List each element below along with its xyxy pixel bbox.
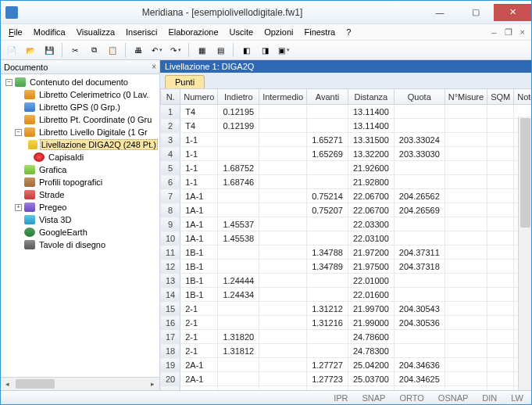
cell[interactable]: 6 xyxy=(161,175,180,189)
redo-icon[interactable]: ↷ xyxy=(168,42,184,58)
menu-visualizza[interactable]: Visualizza xyxy=(72,26,120,38)
cell[interactable]: 14 xyxy=(161,288,180,302)
cell[interactable]: 1.31820 xyxy=(218,330,259,344)
column-header[interactable]: Note xyxy=(514,89,531,105)
cell[interactable]: 2-1 xyxy=(180,330,218,344)
tree-item-selected[interactable]: Livellazione DIGA2Q (248 Pt.) xyxy=(2,138,158,151)
cell[interactable] xyxy=(259,231,307,246)
cell[interactable] xyxy=(259,330,307,344)
cell[interactable] xyxy=(445,161,487,175)
tool-icon-3[interactable]: ◧ xyxy=(238,42,254,58)
cell[interactable] xyxy=(445,302,487,316)
cell[interactable]: 1.68746 xyxy=(218,175,259,189)
cell[interactable]: T4 xyxy=(180,119,218,133)
cell[interactable]: 1.45538 xyxy=(218,231,259,246)
cell[interactable]: 21 xyxy=(161,386,180,391)
cell[interactable] xyxy=(259,147,307,161)
cell[interactable] xyxy=(487,330,514,344)
cell[interactable] xyxy=(487,119,514,133)
cell[interactable]: 22.01000 xyxy=(348,274,394,288)
table-row[interactable]: 182-11.3181224.78300 xyxy=(161,344,532,358)
cell[interactable]: 22.03100 xyxy=(348,231,394,246)
status-snap[interactable]: SNAP xyxy=(359,393,388,403)
cell[interactable] xyxy=(259,133,307,147)
copy-icon[interactable]: ⧉ xyxy=(86,42,102,58)
cell[interactable]: 2-1 xyxy=(180,344,218,358)
cell[interactable] xyxy=(487,302,514,316)
cell[interactable] xyxy=(259,203,307,217)
cell[interactable] xyxy=(487,344,514,358)
table-row[interactable]: 192A-11.2772725.04200204.34636 xyxy=(161,358,532,372)
mdi-close-button[interactable]: × xyxy=(517,27,528,38)
column-header[interactable]: Quota xyxy=(394,89,445,105)
cell[interactable]: 16 xyxy=(161,316,180,330)
cell[interactable]: 204.37318 xyxy=(394,260,445,274)
cell[interactable]: 1.27727 xyxy=(307,358,348,372)
cell[interactable]: 1-1 xyxy=(180,147,218,161)
cell[interactable]: 25.03700 xyxy=(348,372,394,386)
table-row[interactable]: 202A-11.2772325.03700204.34625 xyxy=(161,372,532,386)
cell[interactable]: 1.36643 xyxy=(218,386,259,391)
tree-item[interactable]: Vista 3D xyxy=(2,213,158,226)
cell[interactable]: 203.33030 xyxy=(394,147,445,161)
cell[interactable]: 8 xyxy=(161,203,180,217)
tree-item[interactable]: Profili topografici xyxy=(2,176,158,188)
cell[interactable]: 1B-1 xyxy=(180,288,218,302)
cell[interactable] xyxy=(394,119,445,133)
status-lw[interactable]: LW xyxy=(508,393,527,403)
cell[interactable]: 1.34789 xyxy=(307,260,348,274)
cell[interactable] xyxy=(259,260,307,274)
cell[interactable] xyxy=(307,330,348,344)
table-row[interactable]: 152-11.3121221.99700204.30543 xyxy=(161,302,532,316)
tree-item[interactable]: +Pregeo xyxy=(2,201,158,213)
menu-uscite[interactable]: Uscite xyxy=(225,26,259,38)
cell[interactable]: 19 xyxy=(161,358,180,372)
cell[interactable]: 17 xyxy=(161,330,180,344)
cell[interactable] xyxy=(259,217,307,231)
cell[interactable]: 0.75214 xyxy=(307,189,348,203)
cell[interactable]: 13.31500 xyxy=(348,133,394,147)
column-header[interactable]: N°Misure xyxy=(445,89,487,105)
cell[interactable] xyxy=(259,372,307,386)
cell[interactable]: 203.33024 xyxy=(394,133,445,147)
table-row[interactable]: 212A-11.3664324.98800 xyxy=(161,386,532,391)
cell[interactable] xyxy=(259,288,307,302)
cell[interactable]: 22.06700 xyxy=(348,203,394,217)
minimize-button[interactable]: — xyxy=(422,4,458,21)
cell[interactable]: 21.97200 xyxy=(348,246,394,260)
cell[interactable]: 2A-1 xyxy=(180,358,218,372)
cell[interactable]: 2A-1 xyxy=(180,372,218,386)
cell[interactable]: 204.30536 xyxy=(394,316,445,330)
cell[interactable]: 1-1 xyxy=(180,175,218,189)
table-row[interactable]: 51-11.6875221.92600 xyxy=(161,161,532,175)
cell[interactable] xyxy=(445,217,487,231)
cell[interactable]: 1 xyxy=(161,105,180,119)
cell[interactable] xyxy=(307,344,348,358)
column-header[interactable]: Distanza xyxy=(348,89,394,105)
cell[interactable] xyxy=(218,358,259,372)
tool-icon-4[interactable]: ◨ xyxy=(257,42,273,58)
tree-item[interactable]: Strade xyxy=(2,188,158,201)
cell[interactable]: 1.24444 xyxy=(218,274,259,288)
cell[interactable]: 1A-1 xyxy=(180,217,218,231)
table-row[interactable]: 61-11.6874621.92800 xyxy=(161,175,532,189)
cell[interactable]: 5 xyxy=(161,161,180,175)
cell[interactable]: 1.31212 xyxy=(307,302,348,316)
cell[interactable] xyxy=(218,147,259,161)
cut-icon[interactable]: ✂ xyxy=(67,42,83,58)
cell[interactable]: 24.98800 xyxy=(348,386,394,391)
cell[interactable]: 18 xyxy=(161,344,180,358)
cell[interactable] xyxy=(445,147,487,161)
mdi-restore-button[interactable]: ❐ xyxy=(502,27,516,38)
panel-close-icon[interactable]: × xyxy=(152,63,156,71)
cell[interactable] xyxy=(445,274,487,288)
cell[interactable]: 1-1 xyxy=(180,133,218,147)
tree-item[interactable]: Tavole di disegno xyxy=(2,238,158,251)
cell[interactable]: 24.78600 xyxy=(348,330,394,344)
cell[interactable]: 1A-1 xyxy=(180,231,218,246)
menu-help[interactable]: ? xyxy=(341,26,355,38)
cell[interactable]: 25.04200 xyxy=(348,358,394,372)
cell[interactable]: T4 xyxy=(180,105,218,119)
cell[interactable] xyxy=(487,133,514,147)
table-row[interactable]: 81A-10.7520722.06700204.26569 xyxy=(161,203,532,217)
